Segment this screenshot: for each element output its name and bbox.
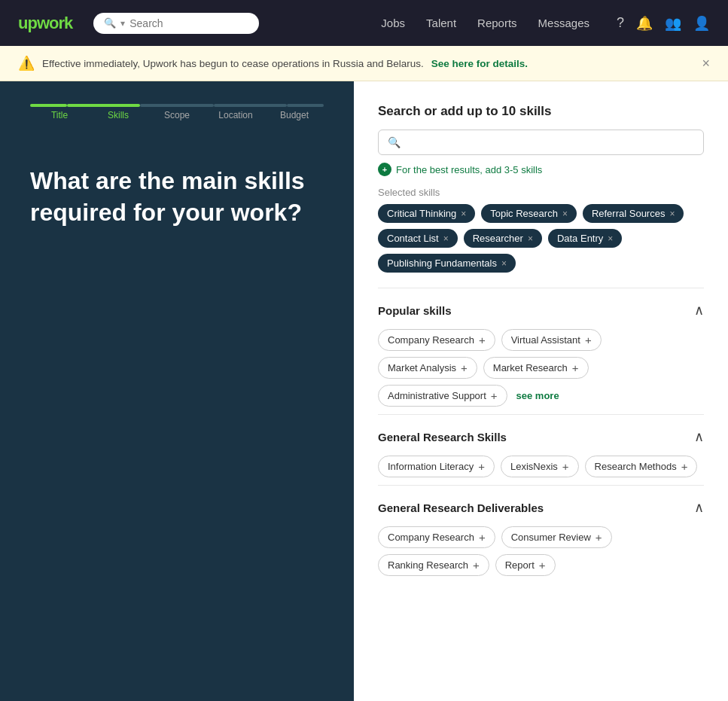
remove-skill-researcher[interactable]: × xyxy=(528,233,533,244)
search-input[interactable] xyxy=(129,17,248,29)
chip-plus-icon[interactable]: + xyxy=(595,531,602,544)
chip-plus-icon[interactable]: + xyxy=(572,361,579,374)
selected-skills-tags: Critical Thinking × Topic Research × Ref… xyxy=(378,204,704,273)
chip-label: Company Research xyxy=(388,532,474,543)
progress-scope-bar xyxy=(140,104,214,107)
chip-label: Market Research xyxy=(493,362,568,373)
chip-lexisnexis[interactable]: LexisNexis + xyxy=(501,456,579,477)
remove-skill-referral-sources[interactable]: × xyxy=(669,209,675,219)
team-icon[interactable]: 👥 xyxy=(665,15,681,32)
general-research-skills-header[interactable]: General Research Skills ∧ xyxy=(378,428,704,445)
skill-tag-label: Topic Research xyxy=(490,208,558,219)
progress-location-bar xyxy=(214,104,288,107)
skill-tag-label: Publishing Fundamentals xyxy=(387,258,497,269)
step-label-scope: Scope xyxy=(148,110,206,120)
skills-search-box[interactable]: 🔍 xyxy=(378,130,704,155)
general-research-deliverables-title: General Research Deliverables xyxy=(378,501,544,514)
step-label-budget: Budget xyxy=(265,110,324,120)
chip-plus-icon[interactable]: + xyxy=(473,559,480,571)
progress-skills-bar xyxy=(67,104,141,107)
chip-company-research-2[interactable]: Company Research + xyxy=(378,526,495,548)
chip-label: Information Literacy xyxy=(388,461,474,472)
nav-reports[interactable]: Reports xyxy=(477,17,517,29)
popular-skills-collapse-icon[interactable]: ∧ xyxy=(694,302,704,318)
header: upwork 🔍 ▾ Jobs Talent Reports Messages … xyxy=(0,0,728,46)
chip-label: Research Methods xyxy=(595,461,677,472)
skill-tag-label: Data Entry xyxy=(557,233,603,244)
profile-icon[interactable]: 👤 xyxy=(693,15,710,32)
step-label-location: Location xyxy=(206,110,265,120)
chip-plus-icon[interactable]: + xyxy=(539,559,546,571)
remove-skill-topic-research[interactable]: × xyxy=(562,209,568,219)
popular-skills-header[interactable]: Popular skills ∧ xyxy=(378,302,704,318)
general-research-skills-chips: Information Literacy + LexisNexis + Rese… xyxy=(378,456,704,477)
skill-tag-researcher[interactable]: Researcher × xyxy=(464,229,542,248)
skills-hint: + For the best results, add 3-5 skills xyxy=(378,163,704,176)
nav-jobs[interactable]: Jobs xyxy=(381,17,405,29)
chip-plus-icon[interactable]: + xyxy=(585,334,592,346)
chip-label: Ranking Research xyxy=(388,559,468,571)
page-heading: What are the main skills required for yo… xyxy=(30,166,324,228)
banner-link[interactable]: See here for details. xyxy=(431,58,528,69)
skill-tag-referral-sources[interactable]: Referral Sources × xyxy=(583,204,684,223)
skill-tag-label: Contact List xyxy=(387,233,439,244)
skill-tag-topic-research[interactable]: Topic Research × xyxy=(481,204,577,223)
general-research-deliverables-header[interactable]: General Research Deliverables ∧ xyxy=(378,499,704,516)
help-icon[interactable]: ? xyxy=(617,15,624,31)
notification-icon[interactable]: 🔔 xyxy=(636,15,653,32)
left-content: What are the main skills required for yo… xyxy=(30,166,324,228)
remove-skill-publishing-fundamentals[interactable]: × xyxy=(501,258,507,269)
chip-information-literacy[interactable]: Information Literacy + xyxy=(378,456,495,477)
banner-text: Effective immediately, Upwork has begun … xyxy=(42,58,424,69)
search-bar[interactable]: 🔍 ▾ xyxy=(93,13,259,34)
chip-market-analysis[interactable]: Market Analysis + xyxy=(378,357,477,379)
step-label-title: Title xyxy=(30,110,89,120)
chip-administrative-support[interactable]: Administrative Support + xyxy=(378,385,507,407)
chip-consumer-review[interactable]: Consumer Review + xyxy=(501,526,612,548)
chip-virtual-assistant[interactable]: Virtual Assistant + xyxy=(501,329,602,351)
skill-tag-publishing-fundamentals[interactable]: Publishing Fundamentals × xyxy=(378,254,516,273)
skill-tag-label: Researcher xyxy=(473,233,523,244)
chip-label: Administrative Support xyxy=(388,390,486,401)
progress-budget-bar xyxy=(287,104,324,107)
step-labels: Title Skills Scope Location Budget xyxy=(30,110,324,120)
chip-plus-icon[interactable]: + xyxy=(491,389,498,402)
nav-messages[interactable]: Messages xyxy=(538,17,589,29)
chip-report[interactable]: Report + xyxy=(495,554,556,576)
skill-tag-critical-thinking[interactable]: Critical Thinking × xyxy=(378,204,475,223)
chip-label: LexisNexis xyxy=(510,461,558,472)
general-research-deliverables-section: General Research Deliverables ∧ Company … xyxy=(378,485,704,576)
general-research-skills-collapse-icon[interactable]: ∧ xyxy=(694,428,704,445)
chip-plus-icon[interactable]: + xyxy=(479,334,486,346)
search-icon: 🔍 xyxy=(104,17,116,29)
general-research-deliverables-collapse-icon[interactable]: ∧ xyxy=(694,499,704,516)
chip-plus-icon[interactable]: + xyxy=(478,460,485,473)
chip-research-methods[interactable]: Research Methods + xyxy=(585,456,698,477)
chip-market-research[interactable]: Market Research + xyxy=(483,357,589,379)
remove-skill-critical-thinking[interactable]: × xyxy=(461,209,466,219)
chip-company-research[interactable]: Company Research + xyxy=(378,329,495,351)
nav-talent[interactable]: Talent xyxy=(426,17,456,29)
step-label-skills: Skills xyxy=(89,110,148,120)
chip-label: Consumer Review xyxy=(511,532,591,543)
chip-plus-icon[interactable]: + xyxy=(562,460,569,473)
chip-plus-icon[interactable]: + xyxy=(479,531,486,544)
banner-close-button[interactable]: × xyxy=(702,56,710,72)
see-more-button[interactable]: see more xyxy=(516,390,559,401)
chip-ranking-research[interactable]: Ranking Research + xyxy=(378,554,489,576)
chip-label: Report xyxy=(505,559,535,571)
popular-skills-chips: Company Research + Virtual Assistant + M… xyxy=(378,329,704,407)
progress-bar: Title Skills Scope Location Budget xyxy=(30,104,324,120)
skills-search-input[interactable] xyxy=(407,136,694,148)
skill-tag-contact-list[interactable]: Contact List × xyxy=(378,229,458,248)
main-nav: Jobs Talent Reports Messages xyxy=(381,17,589,29)
chip-label: Market Analysis xyxy=(388,362,456,373)
skill-tag-label: Referral Sources xyxy=(592,208,666,219)
right-panel: Search or add up to 10 skills 🔍 + For th… xyxy=(354,81,728,701)
skill-tag-data-entry[interactable]: Data Entry × xyxy=(548,229,622,248)
remove-skill-data-entry[interactable]: × xyxy=(608,233,613,244)
remove-skill-contact-list[interactable]: × xyxy=(443,233,449,244)
chip-plus-icon[interactable]: + xyxy=(681,460,688,473)
general-research-skills-title: General Research Skills xyxy=(378,431,507,443)
chip-plus-icon[interactable]: + xyxy=(461,361,468,374)
